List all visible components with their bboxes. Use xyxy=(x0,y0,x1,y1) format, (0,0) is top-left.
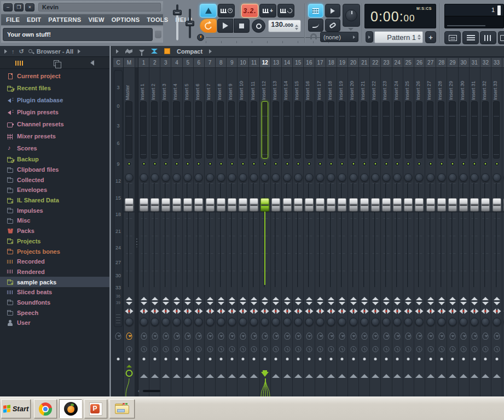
stereo-separation-control[interactable] xyxy=(427,297,434,305)
mixer-track-strip-22[interactable]: 22Insert 22 xyxy=(370,58,381,396)
aux-knob[interactable] xyxy=(404,318,413,326)
song-pattern-mode-toggle[interactable] xyxy=(200,19,217,33)
balance-arrows[interactable] xyxy=(125,308,134,314)
volume-fader[interactable] xyxy=(205,198,215,212)
route-to-master-arrow[interactable] xyxy=(338,374,346,378)
mixer-track-strip-12[interactable]: 12Insert 12 xyxy=(260,58,271,396)
mute-led[interactable] xyxy=(241,162,245,166)
master-volume-slider[interactable] xyxy=(176,4,178,40)
mute-led[interactable] xyxy=(208,162,212,166)
volume-fader[interactable] xyxy=(470,198,479,212)
volume-fader[interactable] xyxy=(426,198,435,212)
balance-arrows[interactable] xyxy=(217,308,225,314)
disk-record-icon[interactable] xyxy=(438,332,444,340)
track-number[interactable]: 15 xyxy=(293,58,303,68)
volume-fader[interactable] xyxy=(260,198,270,212)
stereo-separation-control[interactable] xyxy=(372,297,379,305)
balance-arrows[interactable] xyxy=(338,308,346,314)
peak-meter[interactable] xyxy=(427,101,433,159)
stereo-separation-control[interactable] xyxy=(295,297,302,305)
aux-knob[interactable] xyxy=(283,318,291,326)
disk-record-icon[interactable] xyxy=(372,332,378,340)
stereo-separation-control[interactable] xyxy=(218,297,224,305)
browser-menu-arrow[interactable] xyxy=(4,49,7,54)
browser-item[interactable]: Channel presets xyxy=(0,118,109,130)
route-to-master-arrow[interactable] xyxy=(305,374,313,378)
stereo-separation-control[interactable] xyxy=(317,297,323,305)
menu-item-view[interactable]: VIEW xyxy=(88,16,104,23)
browser-item[interactable]: Current project xyxy=(0,70,109,82)
stereo-separation-control[interactable] xyxy=(438,297,445,305)
mixer-track-strip-33[interactable]: 33Insert 33 xyxy=(491,58,502,396)
browser-item[interactable]: Speech xyxy=(0,307,109,318)
volume-fader[interactable] xyxy=(238,198,247,212)
volume-fader[interactable] xyxy=(404,198,413,212)
mixer-track-strip-6[interactable]: 6Insert 6 xyxy=(194,58,205,396)
mixer-track-strip-17[interactable]: 17Insert 17 xyxy=(315,58,326,396)
mute-led[interactable] xyxy=(318,162,322,166)
pan-knob[interactable] xyxy=(371,173,379,182)
aux-knob[interactable] xyxy=(161,318,170,326)
peak-meter[interactable] xyxy=(449,101,455,159)
stereo-separation-control[interactable] xyxy=(284,297,291,305)
track-number[interactable]: 16 xyxy=(304,58,314,68)
aux-knob[interactable] xyxy=(125,318,134,326)
pan-knob[interactable] xyxy=(125,173,134,182)
stereo-separation-control[interactable] xyxy=(328,297,334,305)
mute-led[interactable] xyxy=(153,162,157,166)
stereo-separation-control[interactable] xyxy=(163,297,169,305)
track-number[interactable]: 7 xyxy=(205,58,215,68)
browser-item[interactable]: ↺Recent files xyxy=(0,82,109,94)
peak-meter[interactable] xyxy=(273,101,279,159)
stop-button[interactable] xyxy=(234,19,250,33)
aux-knob[interactable] xyxy=(261,318,269,326)
mixer-track-strip-23[interactable]: 23Insert 23 xyxy=(381,58,392,396)
stereo-separation-control[interactable] xyxy=(471,297,478,305)
mixer-track-strip-30[interactable]: 30Insert 30 xyxy=(459,58,470,396)
disk-record-icon[interactable] xyxy=(494,332,500,340)
mixer-view-mode[interactable]: Compact xyxy=(177,48,202,55)
stereo-separation-control[interactable] xyxy=(449,297,456,305)
peak-meter[interactable] xyxy=(173,101,179,159)
track-number[interactable]: 8 xyxy=(216,58,226,68)
disk-record-icon[interactable] xyxy=(461,332,467,340)
mute-led[interactable] xyxy=(407,162,410,166)
ruler-header[interactable]: C xyxy=(113,58,123,68)
browser-item[interactable]: Scores xyxy=(0,142,109,154)
balance-arrows[interactable] xyxy=(437,308,445,314)
volume-fader[interactable] xyxy=(316,198,325,212)
track-number[interactable]: 17 xyxy=(315,58,326,68)
pan-knob[interactable] xyxy=(493,173,501,182)
balance-arrows[interactable] xyxy=(228,308,236,314)
mixer-window-button[interactable] xyxy=(480,31,496,44)
volume-fader[interactable] xyxy=(304,198,314,212)
disk-record-icon[interactable] xyxy=(317,332,323,340)
peak-meter[interactable] xyxy=(350,101,356,159)
funnel-icon[interactable] xyxy=(139,50,144,53)
track-number[interactable]: 14 xyxy=(282,58,292,68)
volume-fader[interactable] xyxy=(492,198,501,212)
balance-arrows[interactable] xyxy=(349,308,357,314)
overdub-arrow-button[interactable] xyxy=(325,4,340,18)
aux-knob[interactable] xyxy=(471,318,479,326)
stereo-separation-control[interactable] xyxy=(405,297,412,305)
tempo-spinner[interactable] xyxy=(295,25,298,30)
peak-meter[interactable] xyxy=(493,101,500,159)
pan-knob[interactable] xyxy=(338,173,346,182)
route-to-master-arrow[interactable] xyxy=(294,374,302,378)
route-to-master-arrow[interactable] xyxy=(184,374,192,378)
peak-meter[interactable] xyxy=(228,101,235,159)
peak-meter[interactable] xyxy=(162,101,169,159)
mute-led[interactable] xyxy=(164,162,167,166)
balance-arrows[interactable] xyxy=(305,308,313,314)
track-number[interactable]: 31 xyxy=(470,58,480,68)
aux-knob[interactable] xyxy=(250,318,258,326)
mixer-track-strip-2[interactable]: 2Insert 2 xyxy=(149,58,160,396)
pan-knob[interactable] xyxy=(239,173,247,182)
stereo-separation-control[interactable] xyxy=(416,297,422,305)
mute-led[interactable] xyxy=(439,162,443,166)
mute-led[interactable] xyxy=(186,162,190,166)
route-to-master-arrow[interactable] xyxy=(471,374,478,378)
disk-record-icon[interactable] xyxy=(240,332,246,340)
route-to-master-arrow[interactable] xyxy=(372,374,379,378)
